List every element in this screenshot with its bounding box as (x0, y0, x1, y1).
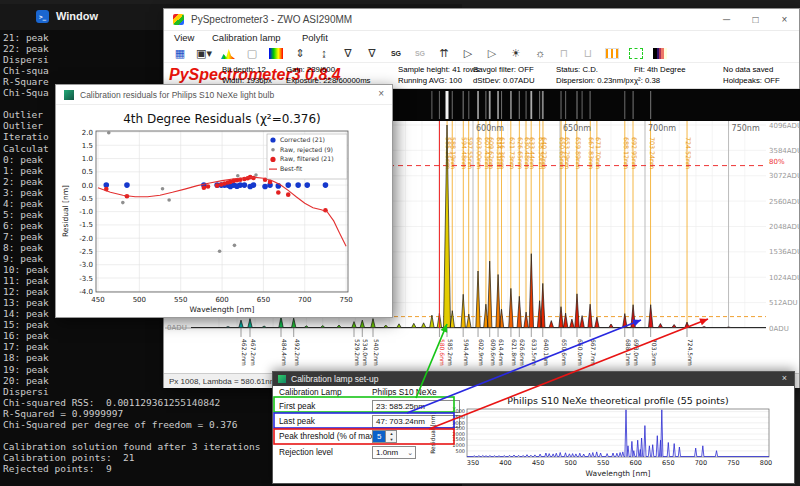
main-titlebar[interactable]: PySpectrometer3 - ZWO ASI290MM ─ □ × (164, 9, 799, 31)
peak-label: 594.4nm (463, 339, 470, 366)
x-tick-label: 650 (257, 296, 270, 304)
info-column: No data savedHoldpeaks: OFF (723, 65, 780, 86)
colormap-button[interactable] (648, 46, 672, 62)
peak-label: 667.7nm (590, 339, 597, 366)
adu-zero-label: 0ADU (167, 324, 187, 332)
data-point (236, 174, 240, 178)
wavelength-tick-label: 750nm (732, 124, 760, 133)
savgol-filter-off-icon: SG (415, 50, 425, 57)
terminal-line: Dispersi (3, 386, 49, 397)
rejection-select[interactable]: 1.0nm⌄ (372, 446, 416, 459)
reference-line-label: 640.22nm (541, 137, 548, 169)
reference-line-label: 659.89nm (575, 137, 582, 169)
blank-view-icon: ▢ (247, 48, 257, 59)
residuals-dialog: Calibration residuals for Philips S10 Ne… (55, 84, 393, 318)
reference-line-label: 692.95nm (631, 137, 638, 169)
x-tick-label: 550 (597, 459, 609, 467)
peak-detect-icon: ⇈ (439, 48, 448, 59)
terminal-line: Rejected points: 9 (3, 463, 112, 474)
peak-label: 640.1nm (543, 339, 550, 366)
last-peak-label: Last peak (279, 416, 315, 426)
emission-line (530, 91, 532, 119)
savgol-filter-button[interactable]: SG (384, 46, 408, 62)
menu-calibration-lamp[interactable]: Calibration lamp (212, 32, 281, 43)
y-tick-label: 500 (455, 448, 465, 454)
terminal-line: 8: peak (3, 242, 43, 253)
y-tick-label: 3500 (452, 414, 465, 420)
peak-label: 540.2nm (373, 339, 380, 366)
x-tick-label: 500 (564, 459, 576, 467)
minimize-button[interactable]: ─ (712, 9, 741, 31)
roi-select-button[interactable] (624, 46, 648, 62)
x-axis-label: Wavelength [nm] (586, 469, 651, 478)
y-tick-label: -0.5 (79, 195, 93, 203)
peak-detect-button[interactable]: ⇈ (432, 46, 456, 62)
adu-tick-label: 1536ADU (769, 248, 800, 256)
reference-line-label: 724.52nm (685, 137, 692, 169)
emission-line (542, 91, 544, 119)
step-up-button[interactable]: ⊓ (552, 46, 576, 62)
data-point (251, 182, 257, 188)
wavelength-tick-label: 700nm (648, 124, 676, 133)
y-axis-label: Residual [nm] (61, 185, 70, 237)
emission-line (501, 91, 502, 119)
legend-label: Best-fit (280, 165, 303, 172)
terminal-line: Outlier (3, 120, 43, 131)
sample-height-button[interactable]: ↨ (312, 46, 336, 62)
wavelength-tick-label: 650nm (563, 124, 591, 133)
play-button[interactable]: ▷ (456, 46, 480, 62)
last-peak-row: Last peak 47: 703.24nm⌄ (279, 415, 315, 428)
filter-button[interactable]: ∇ (360, 46, 384, 62)
data-point (295, 182, 301, 188)
adu-tick-label: 512ADU (769, 299, 798, 307)
waterfall-view-button[interactable] (264, 46, 288, 62)
terminal-line: Calculat (3, 143, 49, 154)
spinner-arrows-icon[interactable]: ▲▼ (386, 430, 397, 443)
calibration-lamp-button[interactable] (600, 46, 624, 62)
peak-label: 703.3nm (651, 339, 658, 366)
play-single-button[interactable]: ▷ (480, 46, 504, 62)
adu-tick-label: 2048ADU (769, 223, 800, 231)
menu-polyfit[interactable]: Polyfit (302, 32, 328, 43)
play-icon: ▷ (464, 48, 472, 59)
camera-select-button[interactable]: ▣▾ (192, 46, 216, 62)
terminal-line: 9: peak (3, 253, 43, 264)
x-tick-label: 750 (339, 296, 352, 304)
save-button[interactable]: ▦ (168, 46, 192, 62)
step-down-button[interactable]: ⊔ (576, 46, 600, 62)
toolbar: ▦▣▾▢⇕↨∇∇SGSG⇈▷▷☀☼⊓⊔ (164, 45, 799, 63)
residuals-titlebar[interactable]: Calibration residuals for Philips S10 Ne… (56, 85, 392, 105)
vertical-fit-button[interactable]: ⇕ (288, 46, 312, 62)
data-point (304, 182, 310, 188)
emission-line (485, 91, 486, 119)
calibration-lamp-icon (605, 48, 619, 59)
maximize-button[interactable]: □ (741, 9, 770, 31)
savgol-filter-off-button[interactable]: SG (408, 46, 432, 62)
emission-line (497, 91, 499, 119)
terminal-line: Chi-Squa (3, 87, 49, 98)
brightness-down-button[interactable]: ☼ (528, 46, 552, 62)
lamp-close-icon[interactable]: × (782, 373, 787, 383)
terminal-line: 2: peak (3, 176, 43, 187)
threshold-spinner[interactable]: 5▲▼ (372, 430, 397, 443)
residuals-close-icon[interactable]: × (378, 88, 384, 99)
filter-icon: ∇ (368, 48, 375, 59)
emission-line (510, 91, 512, 119)
blank-view-button[interactable]: ▢ (240, 46, 264, 62)
menu-view[interactable]: View (174, 32, 194, 43)
info-column: Gain: 239/600Exposure: 228/60000ms (286, 65, 371, 86)
peak-label: 484.4nm (281, 339, 288, 366)
close-button[interactable]: × (770, 9, 799, 31)
data-point (285, 182, 291, 188)
reference-line-label: 626.65nm (517, 137, 524, 169)
info-column: Savgol filter: OFFdStDev: 0.07ADU (473, 65, 535, 86)
terminal-line: Chi-squa (3, 65, 49, 76)
lamp-label: Calibration Lamp (279, 387, 342, 397)
lamp-titlebar[interactable]: Calibration lamp set-up × (273, 372, 794, 386)
y-tick-label: -1.5 (79, 221, 93, 229)
spectrum-view-button[interactable] (216, 46, 240, 62)
brightness-up-button[interactable]: ☀ (504, 46, 528, 62)
peak-label: 660.0nm (577, 339, 584, 366)
filter-edit-button[interactable]: ∇ (336, 46, 360, 62)
lamp-setup-dialog: Calibration lamp set-up × Calibration La… (272, 371, 795, 484)
